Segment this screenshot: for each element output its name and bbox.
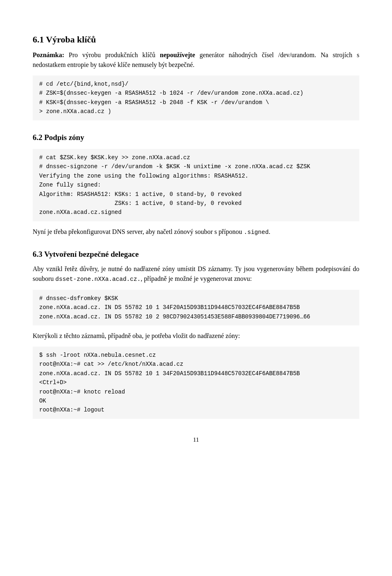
section-6-3-para2-text: Kterýkoli z těchto záznamů, případně oba… [33,332,240,339]
section-6-1-code: # cd /etc/{bind,knot,nsd}/ # ZSK=$(dnsse… [33,76,359,120]
section-6-2-title: 6.2 Podpis zóny [33,132,359,144]
section-6-2-code: # cat $ZSK.key $KSK.key >> zone.nXXa.aca… [33,149,359,221]
section-6-2-para: Nyní je třeba překonfigurovat DNS server… [33,227,359,237]
section-6-3-para1-code: dsset-zone.nXXa.acad.cz. [56,276,141,282]
note-text-1: Pro výrobu produkčních klíčů [64,51,160,58]
note-bold: nepoužívejte [160,51,195,58]
section-6-3-para1-end: , případně je možné je vygenerovat znovu… [140,275,252,282]
section-6-1-note: Poznámka: Pro výrobu produkčních klíčů n… [33,50,359,70]
section-6-3-para1: Aby vznikl řetěz důvěry, je nutné do nad… [33,264,359,284]
page-number: 11 [33,435,359,445]
section-6-3-code2: # dnssec-dsfromkey $KSK zone.nXXa.acad.c… [33,290,359,325]
section-6-2-para-end: . [269,228,270,235]
section-6-3-code3: $ ssh -lroot nXXa.nebula.cesnet.cz root@… [33,347,359,419]
note-label: Poznámka: [33,51,64,58]
section-6-1-title: 6.1 Výroba klíčů [33,33,359,46]
section-6-3-para2: Kterýkoli z těchto záznamů, případně oba… [33,331,359,341]
section-6-3-title: 6.3 Vytvoření bezpečné delegace [33,249,359,260]
section-6-2-para-code: .signed [244,229,269,236]
section-6-2-para-text: Nyní je třeba překonfigurovat DNS server… [33,228,244,235]
